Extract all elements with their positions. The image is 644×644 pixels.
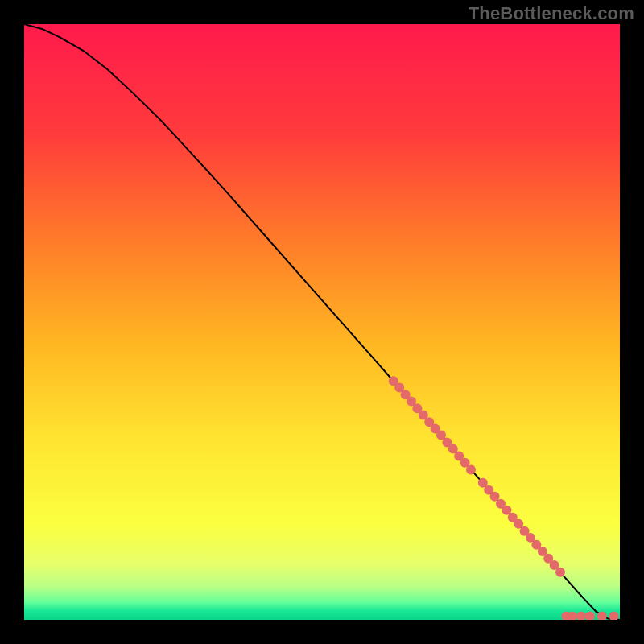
chart-stage: TheBottleneck.com xyxy=(0,0,644,644)
chart-background xyxy=(24,24,620,620)
chart-dot xyxy=(555,568,565,577)
watermark-label: TheBottleneck.com xyxy=(469,3,634,24)
chart-dot xyxy=(466,465,476,475)
chart-svg xyxy=(24,24,620,620)
chart-plot-area xyxy=(24,24,620,620)
